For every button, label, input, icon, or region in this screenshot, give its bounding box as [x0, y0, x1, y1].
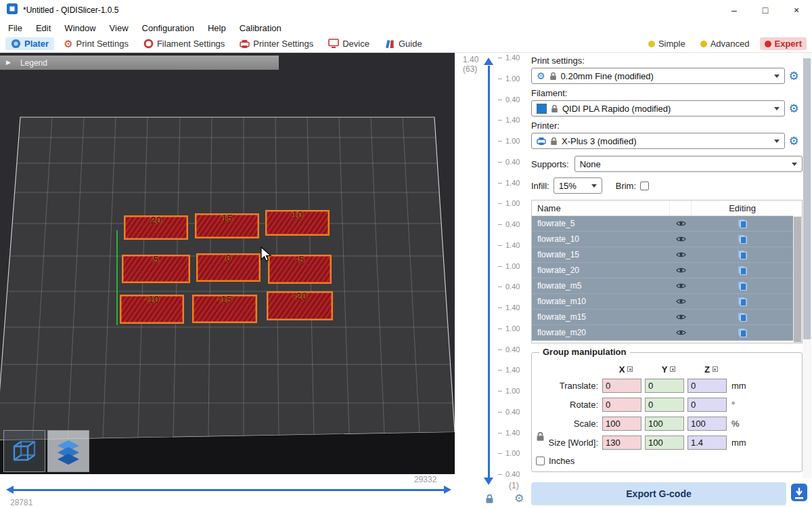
- legend-bar[interactable]: ▶ Legend: [0, 56, 279, 70]
- mode-expert[interactable]: Expert: [760, 37, 807, 50]
- export-gcode-button[interactable]: Export G-code: [531, 482, 786, 505]
- rotate-x-input[interactable]: [602, 398, 641, 412]
- tab-device[interactable]: Device: [323, 37, 375, 50]
- tab-print-settings[interactable]: ⚙ Print Settings: [58, 37, 134, 50]
- eye-icon[interactable]: [670, 282, 692, 289]
- eye-icon[interactable]: [670, 220, 692, 227]
- maximize-button[interactable]: □: [750, 0, 781, 20]
- printer-gear-button[interactable]: ⚙: [785, 134, 803, 148]
- layer-slider-upper-handle[interactable]: [484, 58, 493, 65]
- 3d-view-button[interactable]: [3, 430, 45, 472]
- mode-advanced[interactable]: Advanced: [696, 37, 754, 50]
- scale-x-input[interactable]: [602, 417, 641, 431]
- model-flowrate-m10[interactable]: -10: [120, 295, 184, 324]
- model-flowrate-m5[interactable]: -5: [268, 255, 332, 284]
- brim-checkbox[interactable]: [640, 182, 649, 190]
- infill-combo[interactable]: 15%: [554, 177, 602, 194]
- size-y-input[interactable]: [645, 436, 684, 450]
- translate-x-input[interactable]: [602, 379, 641, 393]
- print-settings-combo[interactable]: ⚙ 0.20mm Fine (modified): [531, 68, 785, 84]
- axis-y-icon[interactable]: [670, 366, 675, 372]
- move-slider-track[interactable]: [14, 489, 444, 491]
- layer-slider-track[interactable]: [488, 66, 490, 478]
- object-row[interactable]: flowrate_m10: [532, 294, 793, 310]
- eye-icon[interactable]: [670, 267, 692, 274]
- 3d-viewport[interactable]: 20 15 10 5 0 -5 -10 -15 -20 ▶ Legend: [0, 53, 455, 474]
- object-row[interactable]: flowrate_20: [532, 263, 793, 278]
- axis-x-icon[interactable]: [627, 366, 633, 372]
- edit-settings-icon[interactable]: [692, 219, 793, 228]
- axis-z-icon[interactable]: [713, 366, 718, 372]
- inches-checkbox[interactable]: [536, 457, 545, 465]
- menu-configuration[interactable]: Configuration: [135, 23, 201, 33]
- panel-scrollbar[interactable]: [803, 53, 811, 478]
- move-slider-right-handle[interactable]: [444, 486, 451, 494]
- scrollbar-thumb[interactable]: [794, 217, 801, 342]
- close-button[interactable]: ×: [781, 0, 812, 20]
- rotate-z-input[interactable]: [687, 398, 727, 412]
- layers-view-button[interactable]: [47, 430, 89, 472]
- menu-edit[interactable]: Edit: [29, 23, 58, 33]
- eye-icon[interactable]: [670, 329, 692, 336]
- tab-filament-settings[interactable]: Filament Settings: [138, 37, 230, 50]
- scrollbar-thumb[interactable]: [803, 58, 811, 339]
- size-x-input[interactable]: [602, 436, 641, 450]
- eye-icon[interactable]: [670, 251, 692, 258]
- eye-icon[interactable]: [670, 314, 692, 320]
- layer-slider-lower-handle[interactable]: [484, 478, 493, 485]
- edit-settings-icon[interactable]: [692, 312, 793, 322]
- menu-window[interactable]: Window: [58, 23, 102, 33]
- object-row[interactable]: flowrate_m20: [532, 325, 793, 341]
- model-flowrate-10[interactable]: 10: [265, 210, 330, 236]
- filament-combo[interactable]: QIDI PLA Rapido (modified): [531, 100, 785, 117]
- model-flowrate-0[interactable]: 0: [196, 253, 261, 282]
- filament-gear-button[interactable]: ⚙: [785, 102, 803, 116]
- model-flowrate-20[interactable]: 20: [124, 215, 188, 240]
- menu-help[interactable]: Help: [201, 23, 233, 33]
- object-row[interactable]: flowrate_m15: [532, 310, 793, 325]
- edit-settings-icon[interactable]: [692, 266, 793, 275]
- eye-icon[interactable]: [670, 236, 692, 242]
- scale-unit: %: [731, 419, 740, 429]
- translate-z-input[interactable]: [687, 379, 727, 393]
- edit-settings-icon[interactable]: [692, 281, 793, 291]
- menu-file[interactable]: File: [1, 23, 29, 33]
- edit-settings-icon[interactable]: [692, 234, 793, 244]
- menu-view[interactable]: View: [103, 23, 135, 33]
- size-z-input[interactable]: [687, 436, 727, 450]
- object-list-scrollbar[interactable]: [793, 216, 802, 343]
- layer-slider-gear-icon[interactable]: ⚙: [514, 492, 524, 505]
- eye-icon[interactable]: [670, 298, 692, 305]
- edit-settings-icon[interactable]: [692, 328, 793, 337]
- model-flowrate-5[interactable]: 5: [122, 255, 190, 283]
- model-flowrate-m20[interactable]: -20: [267, 291, 333, 320]
- export-options-icon[interactable]: [790, 482, 809, 504]
- tab-guide-label: Guide: [399, 39, 422, 49]
- object-row[interactable]: flowrate_10: [532, 232, 793, 247]
- supports-combo[interactable]: None: [574, 156, 803, 172]
- model-flowrate-15[interactable]: 15: [195, 213, 259, 238]
- tab-printer-settings[interactable]: Printer Settings: [234, 37, 319, 50]
- translate-y-input[interactable]: [645, 379, 684, 393]
- uniform-scale-lock-icon[interactable]: [536, 431, 545, 442]
- object-row[interactable]: flowrate_15: [532, 247, 793, 263]
- tab-guide[interactable]: Guide: [379, 37, 428, 50]
- move-slider-left-handle[interactable]: [6, 486, 14, 494]
- rotate-y-input[interactable]: [645, 398, 684, 412]
- model-flowrate-m15[interactable]: -15: [192, 295, 257, 323]
- menu-calibration[interactable]: Calibration: [233, 23, 288, 33]
- scale-z-input[interactable]: [687, 417, 727, 431]
- edit-settings-icon[interactable]: [692, 250, 793, 259]
- printer-combo[interactable]: X-Plus 3 (modified): [531, 133, 785, 149]
- lock-icon: [550, 137, 558, 146]
- object-row[interactable]: flowrate_m5: [532, 278, 793, 294]
- tab-plater[interactable]: Plater: [5, 37, 54, 50]
- edit-settings-icon[interactable]: [692, 297, 793, 306]
- mode-simple[interactable]: Simple: [644, 37, 690, 50]
- scale-y-input[interactable]: [645, 417, 684, 431]
- legend-expand-icon[interactable]: ▶: [6, 60, 11, 66]
- layer-slider-lock-icon[interactable]: [485, 494, 494, 504]
- print-settings-gear-button[interactable]: ⚙: [785, 69, 803, 83]
- minimize-button[interactable]: –: [719, 0, 750, 20]
- object-row[interactable]: flowrate_5: [532, 216, 793, 232]
